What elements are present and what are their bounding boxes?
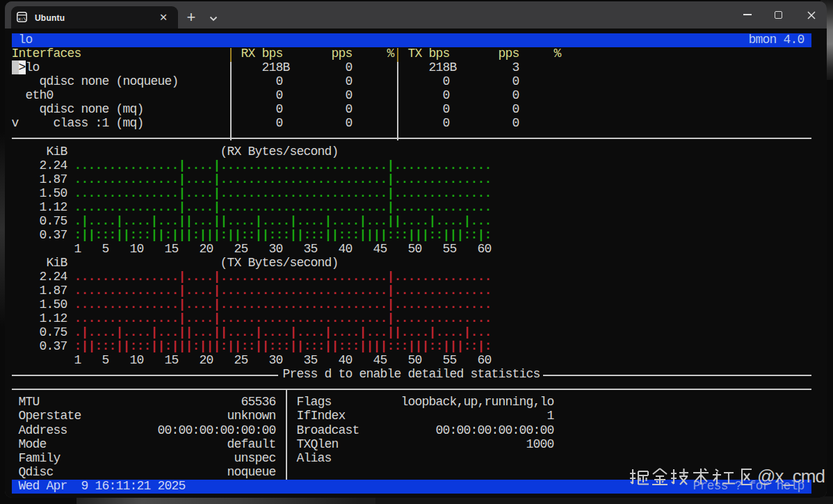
svg-text:c:\: c:\ (18, 17, 26, 22)
